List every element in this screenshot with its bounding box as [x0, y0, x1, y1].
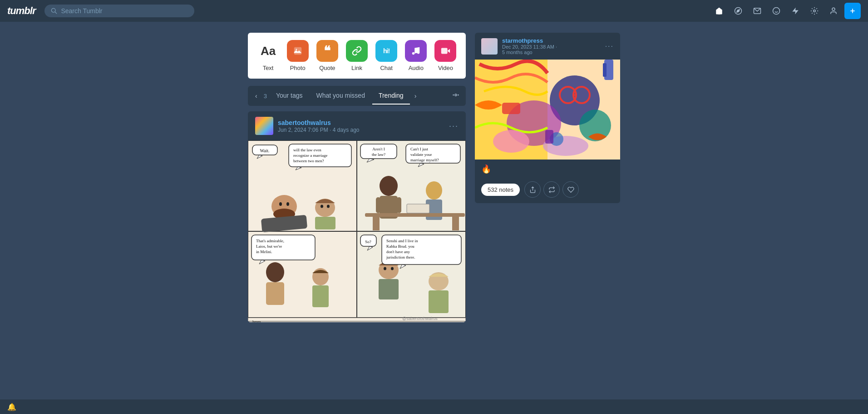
reblog-button[interactable] — [543, 181, 560, 198]
svg-point-15 — [412, 52, 415, 55]
post-type-chat-label: Chat — [380, 65, 392, 71]
compose-icon[interactable] — [844, 3, 861, 19]
svg-text:recognize a marriage: recognize a marriage — [293, 153, 327, 158]
mail-icon[interactable] — [749, 3, 765, 19]
post-type-quote-label: Quote — [319, 65, 335, 71]
sidebar-post-menu-button[interactable]: ··· — [605, 42, 614, 50]
post-type-video-label: Video — [438, 65, 453, 71]
main-layout: Aa Text Photo ❝ Quote Link hi! — [139, 22, 729, 333]
post-type-link[interactable]: Link — [346, 40, 368, 71]
svg-rect-46 — [376, 197, 380, 213]
tab-your-tags[interactable]: Your tags — [270, 87, 309, 105]
svg-point-5 — [773, 8, 780, 15]
svg-text:will the law even: will the law even — [293, 148, 321, 152]
post-type-audio[interactable]: Audio — [405, 40, 427, 71]
home-icon[interactable] — [711, 3, 727, 19]
svg-rect-47 — [397, 197, 401, 213]
tab-settings-icon[interactable] — [449, 89, 462, 103]
post-type-video[interactable]: Video — [434, 40, 456, 71]
post-type-audio-label: Audio — [409, 65, 424, 71]
post-type-quote[interactable]: ❝ Quote — [316, 40, 338, 71]
post-avatar[interactable] — [255, 117, 273, 135]
search-input[interactable] — [61, 7, 188, 15]
svg-line-1 — [55, 12, 57, 14]
post-type-link-label: Link — [351, 65, 362, 71]
post-type-photo[interactable]: Photo — [287, 40, 309, 71]
sidebar-avatar-image — [481, 38, 498, 55]
svg-text:Wait.: Wait. — [260, 148, 269, 153]
sidebar-post-meta: starmothpress Dec 20, 2023 11:38 AM · 5 … — [502, 37, 557, 55]
svg-text:hmm ...: hmm ... — [252, 319, 265, 322]
svg-point-19 — [455, 94, 457, 96]
svg-rect-13 — [294, 47, 301, 55]
smile-icon[interactable] — [768, 3, 784, 19]
audio-icon — [405, 40, 427, 62]
top-navigation: tumblr — [0, 0, 868, 22]
sidebar-username[interactable]: starmothpress — [502, 37, 557, 44]
svg-rect-64 — [266, 282, 284, 305]
right-sidebar: starmothpress Dec 20, 2023 11:38 AM · 5 … — [475, 33, 620, 322]
share-button[interactable] — [524, 181, 541, 198]
bolt-icon[interactable] — [787, 3, 804, 19]
svg-rect-103 — [502, 103, 520, 114]
video-icon — [434, 40, 456, 62]
post-menu-button[interactable]: ··· — [449, 121, 459, 131]
compass-icon[interactable] — [730, 3, 746, 19]
tab-what-you-missed[interactable]: What you missed — [310, 87, 371, 105]
search-bar[interactable] — [44, 5, 194, 17]
svg-rect-102 — [603, 63, 607, 77]
main-post-card: sabertoothwalrus Jun 2, 2024 7:06 PM · 4… — [248, 111, 466, 322]
svg-marker-3 — [737, 10, 740, 12]
link-icon — [346, 40, 368, 62]
svg-text:Kahka Brud. you: Kahka Brud. you — [386, 244, 414, 249]
svg-text:jurisdiction there.: jurisdiction there. — [386, 255, 415, 259]
tab-trending[interactable]: Trending — [372, 87, 410, 105]
chat-icon: hi! — [375, 40, 397, 62]
svg-point-29 — [279, 202, 282, 206]
tab-next-arrow[interactable]: › — [411, 90, 420, 102]
tab-number: 3 — [262, 93, 269, 100]
search-icon — [51, 8, 57, 14]
sidebar-post-actions: 532 notes — [475, 179, 620, 203]
svg-rect-51 — [373, 217, 380, 230]
post-creator: Aa Text Photo ❝ Quote Link hi! — [248, 33, 466, 79]
post-type-photo-label: Photo — [290, 65, 306, 71]
svg-text:the law?: the law? — [372, 152, 385, 157]
comic-image: Wait. will the law even recognize a marr… — [248, 140, 466, 322]
user-icon[interactable] — [825, 3, 842, 19]
svg-rect-53 — [407, 204, 429, 213]
sidebar-relative-time: 5 months ago — [502, 50, 557, 55]
svg-text:Can't I just: Can't I just — [410, 147, 429, 151]
sidebar-post-image — [475, 60, 620, 160]
svg-rect-105 — [545, 130, 553, 144]
post-username[interactable]: sabertoothwalrus — [278, 119, 444, 126]
site-logo[interactable]: tumblr — [7, 5, 35, 17]
avatar-image — [255, 117, 273, 135]
sidebar-post-time: Dec 20, 2023 11:38 AM · — [502, 44, 557, 50]
svg-point-16 — [417, 51, 420, 54]
nav-icons — [711, 3, 861, 19]
svg-point-33 — [321, 205, 323, 208]
post-type-text-label: Text — [263, 65, 274, 71]
tab-prev-arrow[interactable]: ‹ — [252, 90, 261, 102]
post-type-text[interactable]: Aa Text — [257, 40, 279, 71]
bottom-notification-icon[interactable]: 🔔 — [7, 403, 16, 411]
trending-fire-icon: 🔥 — [481, 164, 491, 174]
svg-point-73 — [384, 267, 386, 270]
quote-icon: ❝ — [316, 40, 338, 62]
post-type-chat[interactable]: hi! Chat — [375, 40, 397, 71]
like-button[interactable] — [562, 181, 579, 198]
svg-point-44 — [380, 176, 398, 196]
svg-rect-66 — [312, 285, 329, 307]
gear-icon[interactable] — [806, 3, 823, 19]
svg-point-14 — [296, 49, 297, 50]
notes-count[interactable]: 532 notes — [481, 184, 520, 196]
svg-point-10 — [832, 8, 835, 10]
svg-text:So?: So? — [365, 239, 371, 244]
sidebar-avatar[interactable] — [481, 38, 498, 55]
post-meta: sabertoothwalrus Jun 2, 2024 7:06 PM · 4… — [278, 119, 444, 133]
svg-marker-18 — [448, 49, 450, 53]
text-icon: Aa — [257, 40, 279, 62]
svg-text:between two men?: between two men? — [293, 159, 324, 163]
svg-text:That's admirable,: That's admirable, — [256, 239, 284, 243]
